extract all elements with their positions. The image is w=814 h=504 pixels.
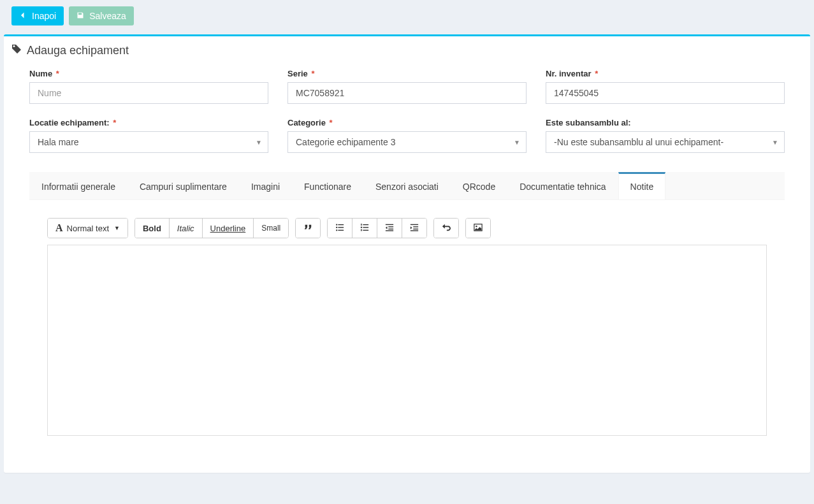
outdent-button[interactable]	[377, 219, 402, 238]
label-subansamblu: Este subansamblu al:	[546, 118, 785, 127]
serie-input[interactable]	[287, 82, 527, 104]
locatie-select[interactable]: Hala mare	[29, 131, 268, 153]
required-marker: *	[113, 118, 116, 127]
svg-rect-5	[338, 229, 344, 230]
field-nume: Nume *	[29, 69, 268, 104]
svg-rect-9	[361, 224, 362, 224]
field-categorie: Categorie * Categorie echipamente 3 ▼	[287, 118, 527, 153]
field-locatie: Locatie echipament: * Hala mare ▼	[29, 118, 268, 153]
label-inventar-text: Nr. inventar	[546, 69, 592, 78]
quote-icon	[303, 223, 312, 234]
small-button[interactable]: Small	[254, 219, 288, 238]
categorie-select[interactable]: Categorie echipamente 3	[287, 131, 527, 153]
tab-documentatie-tehnica[interactable]: Documentatie tehnica	[507, 172, 618, 199]
ordered-list-button[interactable]	[352, 219, 377, 238]
label-inventar: Nr. inventar *	[546, 69, 785, 78]
svg-rect-16	[389, 226, 394, 227]
tab-senzori-asociati[interactable]: Senzori asociati	[363, 172, 451, 199]
form-row-1: Nume * Serie * Nr. inventar *	[29, 69, 785, 104]
undo-button[interactable]	[434, 219, 458, 238]
required-marker: *	[56, 69, 59, 78]
indent-button[interactable]	[402, 219, 426, 238]
svg-rect-8	[363, 229, 369, 230]
indent-icon	[410, 223, 419, 234]
svg-rect-21	[414, 228, 419, 229]
svg-rect-13	[361, 229, 362, 230]
page-title-text: Adauga echipament	[27, 44, 129, 57]
tab-imagini[interactable]: Imagini	[239, 172, 292, 199]
insert-image-button[interactable]	[466, 219, 490, 238]
svg-rect-17	[389, 228, 394, 229]
style-dropdown[interactable]: A Normal text ▼	[48, 219, 127, 238]
svg-rect-22	[411, 230, 418, 231]
label-serie-text: Serie	[287, 69, 308, 78]
required-marker: *	[595, 69, 598, 78]
save-button[interactable]: Salveaza	[69, 6, 134, 25]
form-row-2: Locatie echipament: * Hala mare ▼ Catego…	[29, 118, 785, 153]
tabs-container: Informatii generale Campuri suplimentare…	[29, 172, 785, 454]
save-icon	[76, 11, 84, 21]
unordered-list-button[interactable]	[328, 219, 352, 238]
editor-textarea[interactable]	[47, 245, 767, 436]
list-ol-icon	[360, 223, 369, 234]
label-locatie-text: Locatie echipament:	[29, 118, 110, 127]
svg-rect-6	[363, 224, 369, 224]
inventar-input[interactable]	[546, 82, 785, 104]
svg-rect-20	[414, 226, 419, 227]
tab-body-notite: A Normal text ▼ Bold Italic Underline Sm…	[29, 200, 785, 454]
bold-button[interactable]: Bold	[135, 219, 170, 238]
svg-point-0	[336, 224, 337, 225]
list-ul-icon	[335, 223, 344, 234]
svg-point-4	[336, 229, 337, 231]
svg-rect-14	[361, 230, 362, 231]
tab-notite[interactable]: Notite	[618, 172, 666, 199]
field-inventar: Nr. inventar *	[546, 69, 785, 104]
page-title: Adauga echipament	[4, 36, 810, 62]
svg-rect-11	[361, 226, 362, 227]
svg-rect-18	[386, 230, 393, 231]
tab-functionare[interactable]: Functionare	[292, 172, 363, 199]
top-actions: Inapoi Salveaza	[11, 6, 810, 25]
image-icon	[474, 223, 483, 234]
main-panel: Adauga echipament Nume * Serie * N	[4, 34, 810, 473]
svg-rect-3	[338, 227, 344, 227]
label-subansamblu-text: Este subansamblu al:	[546, 118, 631, 127]
label-categorie-text: Categorie	[287, 118, 326, 127]
tab-informatii-generale[interactable]: Informatii generale	[29, 172, 127, 199]
form-area: Nume * Serie * Nr. inventar *	[4, 62, 810, 473]
svg-rect-12	[361, 227, 362, 228]
label-nume: Nume *	[29, 69, 268, 78]
back-button[interactable]: Inapoi	[11, 6, 64, 25]
blockquote-button[interactable]	[296, 219, 320, 238]
label-categorie: Categorie *	[287, 118, 527, 127]
subansamblu-select[interactable]: -Nu este subansamblu al unui echipament-	[546, 131, 785, 153]
svg-rect-15	[386, 224, 393, 224]
chevron-down-icon: ▼	[114, 225, 120, 231]
nume-input[interactable]	[29, 82, 268, 104]
svg-rect-7	[363, 227, 369, 227]
svg-point-2	[336, 226, 337, 227]
undo-icon	[442, 223, 451, 234]
save-button-label: Salveaza	[89, 11, 126, 21]
tag-icon	[11, 44, 22, 57]
tab-qrcode[interactable]: QRcode	[451, 172, 507, 199]
field-serie: Serie *	[287, 69, 527, 104]
field-subansamblu: Este subansamblu al: -Nu este subansambl…	[546, 118, 785, 153]
svg-rect-10	[361, 224, 362, 225]
arrow-left-icon	[19, 11, 27, 21]
font-icon: A	[55, 223, 63, 233]
required-marker: *	[330, 118, 333, 127]
tabs: Informatii generale Campuri suplimentare…	[29, 172, 785, 200]
underline-button[interactable]: Underline	[203, 219, 254, 238]
style-dropdown-label: Normal text	[67, 224, 109, 233]
italic-button[interactable]: Italic	[170, 219, 203, 238]
label-locatie: Locatie echipament: *	[29, 118, 268, 127]
back-button-label: Inapoi	[32, 11, 56, 21]
label-nume-text: Nume	[29, 69, 52, 78]
svg-rect-19	[411, 224, 418, 224]
label-serie: Serie *	[287, 69, 527, 78]
required-marker: *	[311, 69, 314, 78]
outdent-icon	[385, 223, 394, 234]
svg-rect-1	[338, 224, 344, 224]
tab-campuri-suplimentare[interactable]: Campuri suplimentare	[127, 172, 239, 199]
